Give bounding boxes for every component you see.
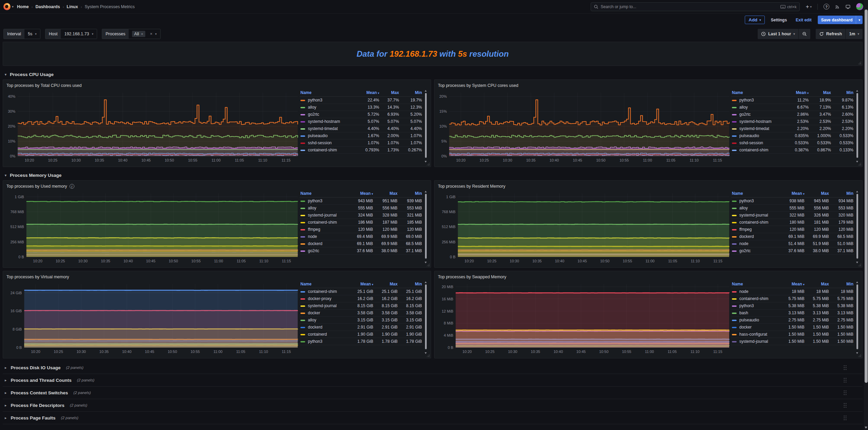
drag-handle-icon[interactable] xyxy=(843,403,847,408)
grafana-logo[interactable] xyxy=(3,3,11,10)
collapsed-row[interactable]: ▸Process and Thread Counts(2 panels) xyxy=(3,374,863,387)
collapsed-row[interactable]: ▸Process Page Faults(2 panels) xyxy=(3,412,863,424)
row-header-cpu[interactable]: ▾ Process CPU Usage xyxy=(3,69,863,79)
legend-header-max[interactable]: Max xyxy=(810,89,832,97)
legend-series-name[interactable]: python3 xyxy=(731,198,781,205)
legend-series-name[interactable]: ffmpeg xyxy=(300,226,350,233)
scroll-up-icon[interactable] xyxy=(425,281,427,283)
legend-header-min[interactable]: Min xyxy=(399,281,423,288)
timeseries-chart[interactable]: 0 B256 MiB512 MiB768 MiB1 GiB10:2010:251… xyxy=(438,190,731,264)
legend-series-name[interactable]: python3 xyxy=(731,302,781,310)
legend-series-name[interactable]: dockerd xyxy=(300,324,350,331)
help-icon[interactable]: ? xyxy=(824,4,829,10)
legend-series-name[interactable]: containerd-shim xyxy=(300,147,357,154)
legend-header-name[interactable]: Name xyxy=(731,190,781,198)
drag-handle-icon[interactable] xyxy=(843,365,847,370)
legend-header-min[interactable]: Min xyxy=(830,281,855,288)
scroll-down-icon[interactable] xyxy=(856,352,858,354)
legend-header-mean[interactable]: Mean▾ xyxy=(788,89,810,97)
save-dashboard-button[interactable]: Save dashboard ▾ xyxy=(818,16,863,24)
legend-scrollbar[interactable] xyxy=(424,90,427,163)
scroll-up-icon[interactable] xyxy=(425,191,427,192)
legend-series-name[interactable]: sshd-session xyxy=(731,139,788,147)
scrollbar-down-arrow-icon[interactable] xyxy=(865,427,867,429)
legend-series-name[interactable]: systemd-timedat xyxy=(731,125,788,132)
scroll-down-icon[interactable] xyxy=(425,262,427,263)
legend-header-min[interactable]: Min xyxy=(399,190,423,198)
collapsed-row-title[interactable]: Process Disk IO Usage xyxy=(11,365,61,370)
page-scrollbar[interactable] xyxy=(864,0,868,430)
legend-header-max[interactable]: Max xyxy=(806,281,830,288)
legend-series-name[interactable]: containerd-shim xyxy=(300,288,350,295)
logo-menu-caret-icon[interactable]: ▾ xyxy=(12,5,14,8)
legend-series-name[interactable]: python3 xyxy=(731,97,788,104)
variable-value-dropdown[interactable]: 192.168.1.73▾ xyxy=(61,29,97,39)
scroll-down-icon[interactable] xyxy=(425,352,427,354)
legend-series-name[interactable]: docker xyxy=(731,324,781,331)
panel-resize-handle[interactable] xyxy=(858,61,861,64)
variable-value-dropdown[interactable]: 5s▾ xyxy=(24,29,40,39)
legend-series-name[interactable]: dockerd xyxy=(731,233,781,240)
legend-series-name[interactable]: alloy xyxy=(300,205,350,212)
collapsed-row[interactable]: ▸Process Context Switches(2 panels) xyxy=(3,387,863,399)
legend-series-name[interactable]: containerd-shim xyxy=(300,219,350,226)
legend-series-name[interactable]: alloy xyxy=(300,317,350,324)
legend-header-max[interactable]: Max xyxy=(374,190,399,198)
legend-scrollbar-thumb[interactable] xyxy=(425,93,427,158)
legend-series-name[interactable]: python3 xyxy=(300,338,350,345)
display-icon[interactable] xyxy=(846,4,850,9)
remove-value-icon[interactable]: × xyxy=(141,32,143,36)
legend-series-name[interactable]: containerd xyxy=(300,331,350,338)
news-icon[interactable] xyxy=(835,4,840,9)
legend-series-name[interactable]: systemd-journal xyxy=(300,302,350,310)
legend-header-min[interactable]: Min xyxy=(830,190,855,198)
legend-series-name[interactable]: alloy xyxy=(731,104,788,111)
scroll-down-icon[interactable] xyxy=(856,262,858,263)
legend-scrollbar[interactable] xyxy=(856,281,859,354)
legend-series-name[interactable]: ffmpeg xyxy=(731,226,781,233)
timeseries-chart[interactable]: 0 B8 GiB16 GiB24 GiB10:2010:2510:3010:35… xyxy=(6,281,300,355)
breadcrumb-linux[interactable]: Linux xyxy=(67,4,78,9)
collapsed-row[interactable]: ▸Process File Descriptors(2 panels) xyxy=(3,399,863,412)
panel-title[interactable]: Top processes by Used memoryi xyxy=(6,183,427,190)
legend-series-name[interactable]: node xyxy=(300,233,350,240)
legend-header-mean[interactable]: Mean▾ xyxy=(781,281,806,288)
legend-series-name[interactable]: dockerd xyxy=(300,240,350,247)
panel-title[interactable]: Top processes by Resident Memory xyxy=(438,183,859,190)
breadcrumb-dashboards[interactable]: Dashboards xyxy=(35,4,60,9)
legend-scrollbar-thumb[interactable] xyxy=(425,284,427,349)
timeseries-chart[interactable]: 0%5%10%15%20%10:2010:2510:3010:3510:4010… xyxy=(438,89,731,163)
legend-scrollbar-thumb[interactable] xyxy=(856,194,858,259)
exit-edit-button[interactable]: Exit edit xyxy=(793,18,814,22)
legend-header-max[interactable]: Max xyxy=(806,190,830,198)
legend-header-min[interactable]: Min xyxy=(400,89,423,97)
scroll-up-icon[interactable] xyxy=(856,90,858,92)
legend-scrollbar[interactable] xyxy=(856,191,859,263)
save-dashboard-caret[interactable]: ▾ xyxy=(856,16,863,24)
info-icon[interactable]: i xyxy=(70,184,74,189)
collapsed-row-title[interactable]: Process File Descriptors xyxy=(11,403,64,408)
refresh-interval-picker[interactable]: 1m▾ xyxy=(846,29,863,39)
scroll-down-icon[interactable] xyxy=(425,161,427,163)
legend-series-name[interactable]: systemd-journal xyxy=(300,212,350,219)
legend-series-name[interactable]: bash xyxy=(731,310,781,317)
search-input[interactable]: Search or jump to... ctrl+k xyxy=(591,2,800,11)
panel-title[interactable]: Top processes by Total CPU cores used xyxy=(6,82,427,89)
legend-header-mean[interactable]: Mean▾ xyxy=(781,190,806,198)
panel-title[interactable]: Top processes by Swapped Memory xyxy=(438,273,859,281)
legend-header-name[interactable]: Name xyxy=(731,89,788,97)
legend-series-name[interactable]: node xyxy=(731,240,781,247)
scroll-up-icon[interactable] xyxy=(425,90,427,92)
legend-series-name[interactable]: docker xyxy=(300,310,350,317)
time-range-picker[interactable]: Last 1 hour▾ xyxy=(758,29,798,39)
clear-values-icon[interactable]: × xyxy=(150,32,152,36)
collapsed-row[interactable]: ▸Process Disk IO Usage(2 panels) xyxy=(3,361,863,374)
legend-scrollbar[interactable] xyxy=(424,191,427,263)
drag-handle-icon[interactable] xyxy=(843,415,847,420)
legend-header-name[interactable]: Name xyxy=(300,281,350,288)
legend-series-name[interactable]: containerd-shim xyxy=(731,147,788,154)
scroll-up-icon[interactable] xyxy=(856,281,858,283)
legend-header-mean[interactable]: Mean▾ xyxy=(350,190,374,198)
refresh-button[interactable]: Refresh xyxy=(816,29,846,39)
panel-title[interactable]: Top processes by Virtual memory xyxy=(6,273,427,281)
